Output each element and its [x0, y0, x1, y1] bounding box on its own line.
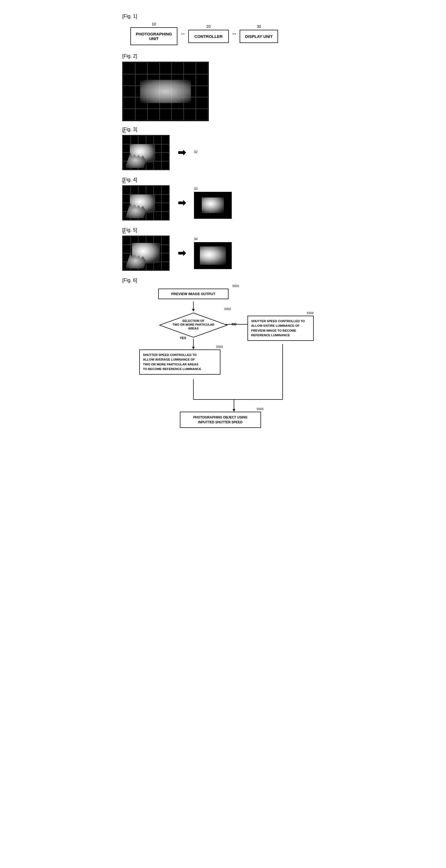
fig1-label: [Fig. 1] [122, 13, 324, 19]
fig4-result-image [194, 192, 232, 219]
fig6-flowchart: S501 PREVIEW IMAGE OUTPUT S502 SELECTION… [131, 286, 315, 475]
fig4-row: 31 ➡ 33 [122, 185, 324, 220]
s502-num: S502 [224, 307, 231, 311]
block-photographing: 10 PHOTOGRAPHINGUNIT [130, 22, 178, 45]
arrow-fig4: ➡ [178, 197, 186, 209]
block-display: 30 DISPLAY UNIT [240, 24, 278, 43]
fig3-source-image [122, 135, 169, 170]
s504-node: S504 SHUTTER SPEED CONTROLLED TO ALLOW E… [248, 316, 314, 341]
fig4-section: [Fig. 4] 31 ➡ 33 [122, 177, 324, 220]
s501-box: PREVIEW IMAGE OUTPUT [158, 289, 228, 299]
s501-num: S501 [232, 284, 240, 287]
fig4-source-wrap: 31 [122, 185, 169, 220]
s502-node: S502 SELECTION OF TWO OR MORE PARTICULAR… [158, 312, 228, 339]
fig5-result-wrap: 34 [194, 237, 232, 269]
fig4-ref33: 33 [194, 187, 197, 191]
controller-box: CONTROLLER [188, 30, 229, 43]
s502-diamond-svg: SELECTION OF TWO OR MORE PARTICULAR AREA… [158, 312, 228, 339]
fig3-source-wrap: 31 [122, 135, 169, 170]
s505-box: PHOTOGRAPHING OBJECT USING INPUTTED SHUT… [180, 412, 261, 428]
s505-node: S505 PHOTOGRAPHING OBJECT USING INPUTTED… [180, 412, 261, 428]
fig1-diagram: 10 PHOTOGRAPHINGUNIT ↔ 20 CONTROLLER ↔ 3… [130, 22, 324, 45]
display-unit-box: DISPLAY UNIT [240, 30, 278, 43]
fig6-section: [Fig. 6] S501 PREVIEW [122, 278, 324, 475]
fig4-source-image [122, 185, 169, 220]
fig2-image [122, 62, 209, 121]
fig5-source-wrap: 31 [122, 236, 169, 271]
no-label: NO [232, 322, 237, 326]
gc [123, 62, 135, 74]
num-30: 30 [257, 24, 261, 29]
arrow2: ↔ [231, 31, 237, 37]
s503-node: S503 SHUTTER SPEED CONTROLLED TO ALLOW A… [139, 349, 220, 375]
svg-text:SELECTION OF: SELECTION OF [182, 319, 204, 322]
fig1-section: [Fig. 1] 10 PHOTOGRAPHINGUNIT ↔ 20 CONTR… [122, 13, 324, 45]
s504-num: S504 [307, 311, 314, 315]
svg-marker-1 [192, 309, 195, 312]
fig3-ref31: 31 [122, 130, 126, 134]
fig3-label: [Fig. 3] [122, 127, 324, 132]
s501-node: S501 PREVIEW IMAGE OUTPUT [158, 289, 228, 299]
fig5-ref31: 31 [122, 231, 126, 235]
fig5-source-image [122, 236, 169, 271]
fig3-row: 31 ➡ 32 [122, 135, 324, 170]
arrow-fig3: ➡ [178, 147, 186, 158]
s503-box: SHUTTER SPEED CONTROLLED TO ALLOW AVERAG… [139, 349, 220, 375]
s505-num: S505 [257, 407, 264, 411]
fig4-label: [Fig. 4] [122, 177, 324, 183]
fig5-label: [Fig. 5] [122, 227, 324, 233]
svg-text:AREAS: AREAS [188, 327, 198, 330]
fig5-row: 31 ➡ 34 [122, 236, 324, 271]
bright-blob-fig2 [140, 80, 191, 103]
svg-marker-10 [233, 409, 235, 412]
result-bright-fig4 [202, 197, 224, 213]
fig3-section: [Fig. 3] 31 ➡ 32 [122, 127, 324, 170]
svg-marker-3 [192, 347, 195, 349]
yes-label: YES [180, 336, 186, 340]
fig5-section: [Fig. 5] 31 ➡ 34 [122, 227, 324, 271]
fig5-ref34: 34 [194, 237, 197, 241]
num-20: 20 [206, 24, 211, 29]
fig2-label: [Fig. 2] [122, 53, 324, 59]
arrow1: ↔ [180, 31, 186, 37]
arrow-fig5: ➡ [178, 248, 186, 259]
fig5-result-image [194, 242, 232, 269]
fig6-label: [Fig. 6] [122, 278, 324, 283]
fig4-result-wrap: 33 [194, 187, 232, 219]
svg-text:TWO OR MORE PARTICULAR: TWO OR MORE PARTICULAR [172, 323, 214, 326]
photographing-unit-box: PHOTOGRAPHINGUNIT [130, 27, 178, 45]
fig4-ref31: 31 [122, 180, 126, 184]
fig3-ref32: 32 [194, 150, 197, 154]
s504-box: SHUTTER SPEED CONTROLLED TO ALLOW ENTIRE… [248, 316, 314, 341]
result-bright-fig5 [200, 246, 226, 265]
num-10: 10 [152, 22, 156, 26]
fig2-section: [Fig. 2] [122, 53, 324, 121]
s503-num: S503 [216, 345, 223, 348]
block-controller: 20 CONTROLLER [188, 24, 229, 43]
